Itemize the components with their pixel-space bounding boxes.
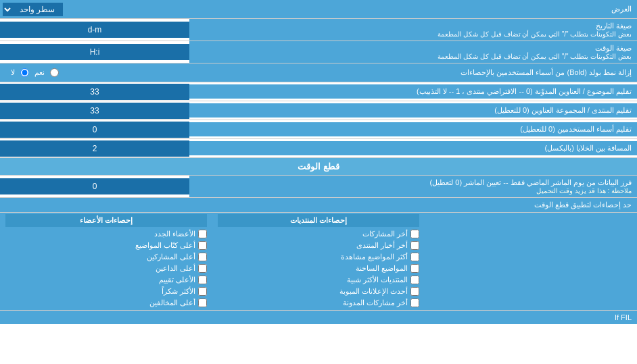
cutoff-days-input-wrapper xyxy=(0,178,189,194)
header-label: العرض xyxy=(66,2,637,16)
display-select[interactable]: سطر واحدسطرانثلاثة أسطر xyxy=(3,3,63,16)
time-format-row: صيغة الوقت بعض التكوينات يتطلب "/" التي … xyxy=(0,41,637,63)
col2-label-6: أحدث الإعلانات المبوبة xyxy=(339,287,408,296)
col2-check-3[interactable] xyxy=(410,253,419,261)
time-format-label: صيغة الوقت بعض التكوينات يتطلب "/" التي … xyxy=(189,41,637,63)
forum-titles-label: تقليم المنتدى / المجموعة العناوين (0 للت… xyxy=(189,103,637,118)
col1-check-7[interactable] xyxy=(198,298,207,307)
col2-check-1[interactable] xyxy=(410,230,419,238)
col1-item-7: أعلى المخالفين xyxy=(5,297,207,309)
col1: إحصاءات الأعضاء الأعضاء الجدد أعلى كتّاب… xyxy=(0,213,212,310)
stats-limit-label: حد إحصاءات لتطبيق قطع الوقت xyxy=(534,201,632,209)
col2-check-4[interactable] xyxy=(410,264,419,273)
forum-titles-input[interactable] xyxy=(4,106,185,115)
cutoff-days-row: فرز البيانات من يوم الماشر الماضي فقط --… xyxy=(0,176,637,198)
col1-label-6: الأكثر شكراً xyxy=(162,287,195,296)
bold-yes-label: نعم xyxy=(34,68,45,77)
bold-no-radio[interactable] xyxy=(20,68,29,77)
date-format-label: صيغة التاريخ بعض التكوينات يتطلب "/" الت… xyxy=(189,19,637,41)
col1-label-5: الأعلى تقييم xyxy=(159,276,195,284)
time-format-input-wrapper xyxy=(0,44,189,60)
bold-remove-row: إزالة نمط بولد (Bold) من أسماء المستخدمي… xyxy=(0,63,637,82)
col1-label-7: أعلى المخالفين xyxy=(149,298,195,307)
topic-titles-input[interactable] xyxy=(4,87,185,97)
forum-titles-input-wrapper xyxy=(0,103,189,119)
col2-check-7[interactable] xyxy=(410,298,419,307)
col2-item-4: المواضيع الساخنة xyxy=(218,263,419,274)
column-spacing-input-wrapper xyxy=(0,140,189,157)
col2-check-2[interactable] xyxy=(410,241,419,250)
date-format-input-wrapper xyxy=(0,22,189,38)
col1-item-2: أعلى كتّاب المواضيع xyxy=(5,240,207,251)
col1-item-1: الأعضاء الجدد xyxy=(5,228,207,240)
forum-titles-row: تقليم المنتدى / المجموعة العناوين (0 للت… xyxy=(0,101,637,120)
col1-check-2[interactable] xyxy=(198,241,207,250)
col2-item-1: أخر المشاركات xyxy=(218,228,419,240)
bold-yes-radio[interactable] xyxy=(50,68,59,77)
col1-check-4[interactable] xyxy=(198,264,207,273)
topic-titles-input-wrapper xyxy=(0,84,189,100)
bold-remove-label: إزالة نمط بولد (Bold) من أسماء المستخدمي… xyxy=(64,68,632,77)
col1-label-3: أعلى المشاركين xyxy=(147,253,195,261)
col1-label-4: أعلى الداعين xyxy=(156,264,195,273)
col2-item-7: أخر مشاركات المدونة xyxy=(218,297,419,309)
usernames-label: تقليم أسماء المستخدمين (0 للتعطيل) xyxy=(189,122,637,136)
col1-header: إحصاءات الأعضاء xyxy=(5,214,207,227)
col2-label-4: المواضيع الساخنة xyxy=(356,264,408,273)
col2-label-1: أخر المشاركات xyxy=(362,230,408,238)
date-format-row: صيغة التاريخ بعض التكوينات يتطلب "/" الت… xyxy=(0,19,637,41)
cutoff-section-header: قطع الوقت xyxy=(0,158,637,176)
bold-no-label: لا xyxy=(11,68,15,77)
col1-item-5: الأعلى تقييم xyxy=(5,274,207,286)
column-spacing-label: المسافة بين الخلايا (بالبكسل) xyxy=(189,141,637,155)
col2-item-6: أحدث الإعلانات المبوبة xyxy=(218,286,419,297)
col2-label-3: أكثر المواضيع مشاهدة xyxy=(341,253,408,261)
col1-item-3: أعلى المشاركين xyxy=(5,251,207,263)
cutoff-days-label: فرز البيانات من يوم الماشر الماضي فقط --… xyxy=(189,176,637,197)
date-format-input[interactable] xyxy=(4,25,185,34)
col2-item-2: أخر أخبار المنتدى xyxy=(218,240,419,251)
header-row: العرض سطر واحدسطرانثلاثة أسطر xyxy=(0,0,637,19)
stats-limit-row: حد إحصاءات لتطبيق قطع الوقت xyxy=(0,198,637,213)
col3 xyxy=(425,213,637,310)
time-format-input[interactable] xyxy=(4,47,185,57)
cutoff-days-input[interactable] xyxy=(4,182,185,191)
bottom-grid: إحصاءات المنتديات أخر المشاركات أخر أخبا… xyxy=(0,213,637,310)
col1-check-6[interactable] xyxy=(198,287,207,296)
col1-item-6: الأكثر شكراً xyxy=(5,286,207,297)
col1-check-5[interactable] xyxy=(198,276,207,284)
bold-remove-options: نعم لا xyxy=(5,68,64,77)
col2-label-7: أخر مشاركات المدونة xyxy=(343,298,408,307)
bottom-note-text: If FIL xyxy=(615,313,632,321)
usernames-input-wrapper xyxy=(0,122,189,138)
column-spacing-input[interactable] xyxy=(4,144,185,153)
bottom-note-row: If FIL xyxy=(0,310,637,324)
col1-label-1: الأعضاء الجدد xyxy=(154,230,195,238)
col1-label-2: أعلى كتّاب المواضيع xyxy=(135,241,195,250)
topic-titles-row: تقليم الموضوع / العناوين المدوّنة (0 -- … xyxy=(0,82,637,101)
col2-header: إحصاءات المنتديات xyxy=(218,214,419,227)
col2-label-5: المنتديات الأكثر شبية xyxy=(347,276,408,284)
column-spacing-row: المسافة بين الخلايا (بالبكسل) xyxy=(0,139,637,158)
col2: إحصاءات المنتديات أخر المشاركات أخر أخبا… xyxy=(212,213,425,310)
col2-item-3: أكثر المواضيع مشاهدة xyxy=(218,251,419,263)
col1-item-4: أعلى الداعين xyxy=(5,263,207,274)
usernames-input[interactable] xyxy=(4,125,185,134)
col2-label-2: أخر أخبار المنتدى xyxy=(356,241,408,250)
col1-check-1[interactable] xyxy=(198,230,207,238)
col2-item-5: المنتديات الأكثر شبية xyxy=(218,274,419,286)
col1-check-3[interactable] xyxy=(198,253,207,261)
col2-check-5[interactable] xyxy=(410,276,419,284)
topic-titles-label: تقليم الموضوع / العناوين المدوّنة (0 -- … xyxy=(189,84,637,99)
usernames-row: تقليم أسماء المستخدمين (0 للتعطيل) xyxy=(0,120,637,139)
col2-check-6[interactable] xyxy=(410,287,419,296)
